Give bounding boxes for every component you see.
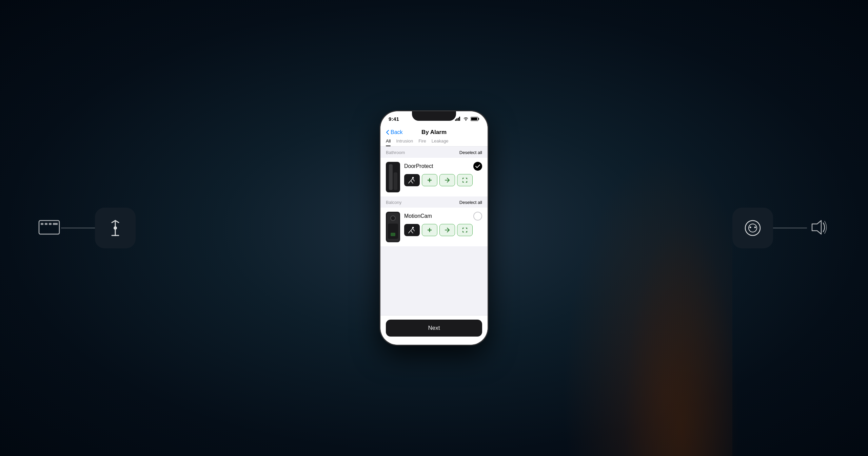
balcony-deselect-button[interactable]: Deselect all — [459, 200, 482, 205]
back-label: Back — [391, 129, 403, 135]
empty-space — [380, 246, 488, 314]
next-button-label: Next — [428, 325, 440, 331]
doorprotect-name: DoorProtect — [404, 163, 433, 169]
left-ambient-icons — [37, 208, 136, 248]
svg-rect-18 — [458, 118, 459, 121]
balcony-section-header: Balcony Deselect all — [380, 196, 488, 208]
svg-rect-4 — [53, 223, 58, 225]
action-intrusion-btn-2[interactable] — [404, 224, 420, 236]
svg-point-14 — [754, 227, 756, 228]
svg-rect-0 — [39, 221, 59, 234]
status-icons — [455, 117, 479, 121]
svg-point-20 — [466, 120, 467, 121]
tabs-container: All Intrusion Fire Leakage — [386, 138, 482, 146]
back-button[interactable]: Back — [386, 129, 403, 135]
arrow-icon — [444, 177, 451, 184]
svg-line-25 — [409, 182, 410, 183]
back-chevron-icon — [386, 130, 389, 135]
doorprotect-image — [386, 162, 400, 192]
doorprotect-info: DoorProtect — [404, 162, 482, 186]
check-icon — [475, 165, 480, 168]
person-running-icon — [408, 176, 416, 184]
svg-rect-22 — [478, 118, 479, 120]
page-title: By Alarm — [421, 129, 447, 136]
content-area: Bathroom Deselect all — [380, 147, 488, 315]
phone-screen: 9:41 — [380, 111, 488, 345]
svg-rect-2 — [45, 223, 47, 225]
phone-frame: 9:41 — [380, 111, 488, 345]
plus-icon — [426, 177, 433, 184]
bathroom-title: Bathroom — [386, 150, 405, 155]
motioncam-row: MotionCam — [380, 208, 488, 246]
svg-point-28 — [412, 227, 414, 229]
svg-point-10 — [114, 226, 117, 230]
action-add-btn-1[interactable] — [422, 174, 437, 186]
arrow-icon-2 — [444, 227, 451, 233]
nav-bar: Back By Alarm All Intrusion Fire Leakage — [380, 126, 488, 147]
battery-icon — [471, 117, 479, 121]
action-expand-btn-1[interactable] — [457, 174, 473, 186]
signal-icon — [455, 117, 461, 121]
socket-icon-box — [732, 208, 773, 248]
expand-icon — [461, 177, 468, 184]
svg-rect-17 — [456, 118, 457, 121]
action-arrow-btn-1[interactable] — [439, 174, 455, 186]
svg-point-11 — [745, 221, 760, 235]
right-connector-line — [773, 228, 807, 228]
doorprotect-actions — [404, 174, 482, 186]
iphone-device: 9:41 — [380, 111, 488, 345]
status-bar: 9:41 — [380, 111, 488, 126]
plus-icon-2 — [426, 227, 433, 233]
action-arrow-btn-2[interactable] — [439, 224, 455, 236]
person-running-icon-2 — [408, 226, 416, 234]
action-add-btn-2[interactable] — [422, 224, 437, 236]
svg-line-29 — [409, 232, 410, 233]
svg-rect-23 — [471, 117, 477, 120]
speaker-standalone-icon — [807, 215, 831, 241]
wifi-icon — [463, 117, 469, 121]
motioncam-info: MotionCam — [404, 212, 482, 236]
svg-rect-3 — [49, 223, 52, 225]
svg-point-13 — [750, 227, 751, 228]
status-time: 9:41 — [389, 116, 399, 122]
doorprotect-visual — [389, 164, 397, 191]
svg-rect-1 — [41, 223, 43, 225]
left-connector-line — [61, 228, 95, 228]
tab-intrusion[interactable]: Intrusion — [396, 138, 413, 146]
motioncam-name: MotionCam — [404, 213, 432, 219]
keypad-standalone-icon — [37, 215, 61, 241]
sensor-icon-box — [95, 208, 136, 248]
doorprotect-row: DoorProtect — [380, 158, 488, 196]
action-expand-btn-2[interactable] — [457, 224, 473, 236]
motioncam-image — [386, 212, 400, 242]
svg-point-24 — [412, 177, 414, 179]
svg-rect-19 — [459, 117, 460, 121]
bathroom-deselect-button[interactable]: Deselect all — [459, 150, 482, 155]
tab-all[interactable]: All — [386, 138, 391, 146]
motioncam-actions — [404, 224, 482, 236]
doorprotect-checkbox[interactable] — [473, 162, 482, 171]
notch — [412, 111, 456, 121]
expand-icon-2 — [461, 227, 468, 233]
motioncam-visual — [387, 213, 399, 242]
motioncam-checkbox[interactable] — [473, 212, 482, 221]
balcony-title: Balcony — [386, 200, 401, 205]
tab-leakage[interactable]: Leakage — [432, 138, 449, 146]
svg-rect-16 — [455, 119, 456, 121]
next-button-container: Next — [380, 315, 488, 345]
svg-marker-15 — [812, 221, 821, 234]
tab-fire[interactable]: Fire — [418, 138, 426, 146]
next-button[interactable]: Next — [386, 320, 482, 337]
bathroom-section-header: Bathroom Deselect all — [380, 147, 488, 158]
action-intrusion-btn-1[interactable] — [404, 174, 420, 186]
right-ambient-icons — [732, 208, 831, 248]
